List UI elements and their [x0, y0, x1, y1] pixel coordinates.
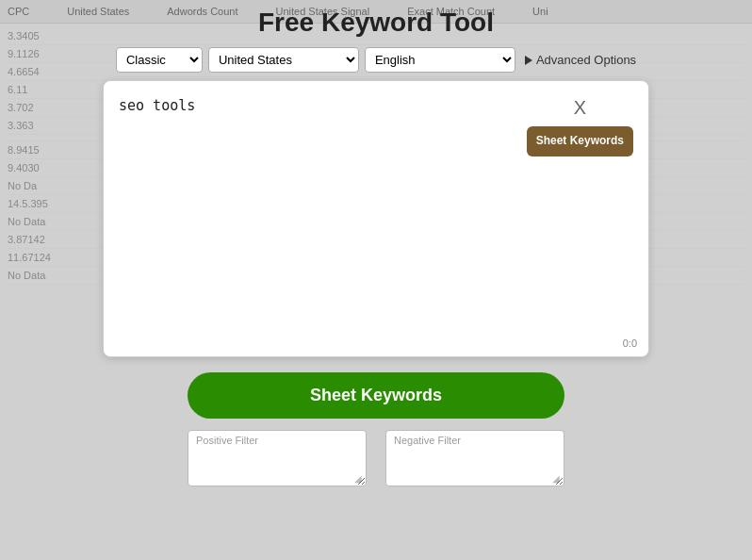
- negative-filter-box: Negative Filter ◢: [385, 430, 564, 486]
- triangle-icon: [525, 56, 532, 65]
- resize-handle-positive[interactable]: ◢: [354, 474, 364, 484]
- filter-row: Positive Filter ◢ Negative Filter ◢: [188, 430, 564, 486]
- clear-button[interactable]: X: [570, 96, 590, 119]
- advanced-options-button[interactable]: Advanced Options: [525, 53, 636, 67]
- mode-select[interactable]: Classic Advanced: [116, 47, 203, 73]
- country-select[interactable]: United States United Kingdom Canada Aust…: [208, 47, 359, 73]
- positive-filter-box: Positive Filter ◢: [188, 430, 367, 486]
- char-count: 0:0: [623, 338, 637, 349]
- sheet-keywords-main-button[interactable]: Sheet Keywords: [188, 372, 564, 419]
- page-title: Free Keyword Tool: [258, 8, 494, 38]
- search-actions: X Sheet Keywords: [527, 96, 633, 156]
- positive-filter-label: Positive Filter: [196, 435, 258, 446]
- main-container: Free Keyword Tool Classic Advanced Unite…: [0, 0, 752, 560]
- sheet-keywords-small-button[interactable]: Sheet Keywords: [527, 126, 633, 156]
- search-panel: seo tools X Sheet Keywords 0:0: [103, 80, 649, 357]
- resize-handle-negative[interactable]: ◢: [552, 474, 562, 484]
- toolbar: Classic Advanced United States United Ki…: [116, 47, 636, 73]
- language-select[interactable]: English Spanish French German: [365, 47, 515, 73]
- negative-filter-label: Negative Filter: [394, 435, 461, 446]
- advanced-options-label: Advanced Options: [536, 53, 636, 67]
- keyword-input[interactable]: seo tools: [119, 96, 519, 341]
- search-input-row: seo tools X Sheet Keywords: [119, 96, 633, 341]
